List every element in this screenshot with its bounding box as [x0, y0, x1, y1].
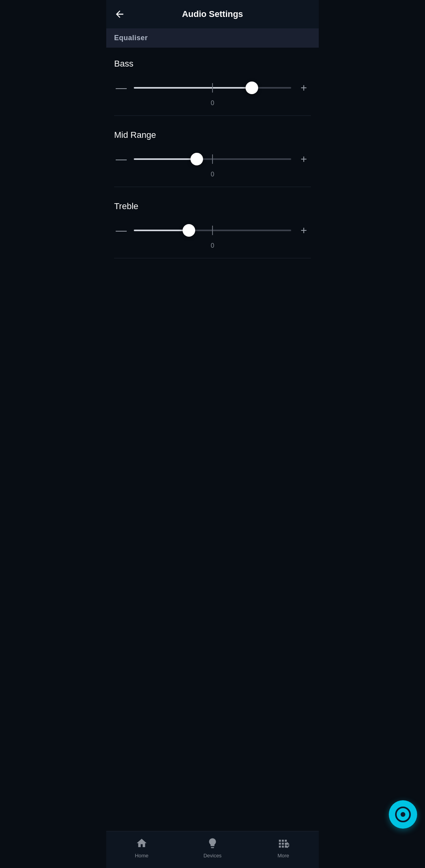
back-icon: [114, 9, 125, 20]
mid-range-value: 0: [114, 171, 311, 178]
nav-item-home[interactable]: Home: [106, 836, 177, 859]
treble-slider-track: [134, 230, 291, 231]
treble-slider-thumb[interactable]: [183, 224, 195, 237]
divider-1: [114, 115, 311, 116]
bass-label: Bass: [114, 59, 311, 69]
back-button[interactable]: [114, 9, 125, 20]
mid-range-label: Mid Range: [114, 130, 311, 140]
app-header: Audio Settings: [106, 0, 319, 28]
treble-value: 0: [114, 242, 311, 249]
bass-center-marker: [212, 83, 213, 93]
bass-slider-row: — +: [114, 78, 311, 97]
mid-range-slider-row: — +: [114, 150, 311, 169]
treble-center-marker: [212, 226, 213, 235]
bass-slider-fill: [134, 87, 252, 89]
devices-nav-label: Devices: [203, 853, 222, 859]
treble-slider-container[interactable]: [134, 221, 291, 240]
bass-slider-thumb[interactable]: [246, 82, 258, 94]
divider-3: [114, 258, 311, 258]
devices-icon: [205, 836, 220, 850]
mid-range-slider-fill: [134, 158, 197, 160]
bass-decrease-button[interactable]: —: [114, 82, 128, 93]
treble-section: Treble — + 0: [114, 190, 311, 255]
mid-range-decrease-button[interactable]: —: [114, 154, 128, 165]
treble-label: Treble: [114, 201, 311, 211]
more-icon: [276, 836, 290, 850]
bass-value: 0: [114, 100, 311, 107]
mid-range-increase-button[interactable]: +: [297, 154, 311, 165]
mid-range-section: Mid Range — + 0: [114, 119, 311, 184]
mid-range-slider-container[interactable]: [134, 150, 291, 169]
nav-item-more[interactable]: More: [248, 836, 319, 859]
bass-slider-track: [134, 87, 291, 89]
bass-slider-container[interactable]: [134, 78, 291, 97]
divider-2: [114, 187, 311, 187]
main-content: Bass — + 0 Mid Range —: [106, 48, 319, 309]
home-nav-label: Home: [135, 853, 149, 859]
mid-range-slider-thumb[interactable]: [190, 153, 203, 165]
treble-slider-fill: [134, 230, 189, 231]
treble-increase-button[interactable]: +: [297, 225, 311, 236]
more-nav-label: More: [277, 853, 289, 859]
treble-slider-row: — +: [114, 221, 311, 240]
home-icon: [135, 836, 149, 850]
bass-section: Bass — + 0: [114, 48, 311, 112]
mid-range-center-marker: [212, 154, 213, 164]
nav-item-devices[interactable]: Devices: [177, 836, 248, 859]
mid-range-slider-track: [134, 158, 291, 160]
bottom-navigation: Home Devices More: [106, 831, 319, 868]
page-title: Audio Settings: [182, 9, 243, 19]
treble-decrease-button[interactable]: —: [114, 225, 128, 236]
bass-increase-button[interactable]: +: [297, 82, 311, 93]
content-area: Bass — + 0 Mid Range —: [106, 48, 319, 258]
section-equaliser-header: Equaliser: [106, 28, 319, 48]
